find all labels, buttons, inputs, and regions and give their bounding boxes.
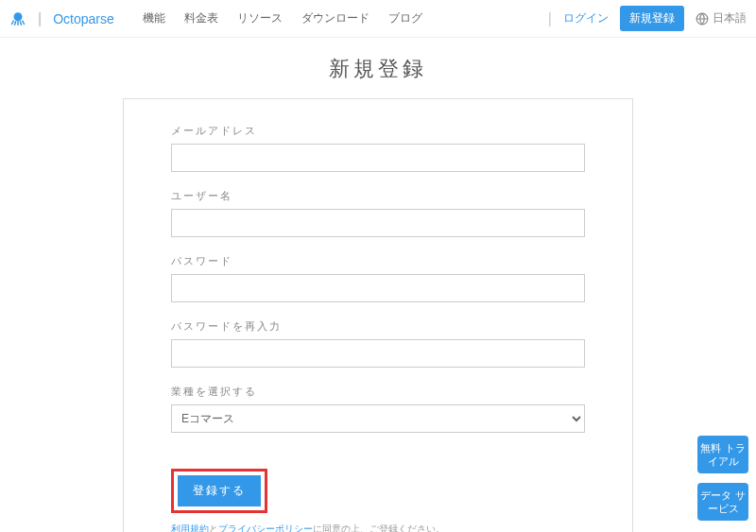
login-link-header[interactable]: ログイン <box>563 10 609 26</box>
industry-label: 業種を選択する <box>171 385 585 399</box>
industry-select[interactable]: Eコマース <box>171 404 585 433</box>
globe-icon <box>696 12 709 26</box>
main-nav: 機能 料金表 リソース ダウンロード ブログ <box>143 10 422 26</box>
username-field[interactable] <box>171 209 585 237</box>
registration-card: メールアドレス ユーザー名 パスワード パスワードを再入力 業種を選択する Eコ… <box>123 98 633 532</box>
register-button-header[interactable]: 新規登録 <box>620 6 684 31</box>
password-confirm-field[interactable] <box>171 339 585 368</box>
username-label: ユーザー名 <box>171 189 585 203</box>
octopus-icon <box>9 10 26 27</box>
email-field[interactable] <box>171 144 585 172</box>
brand-name: Octoparse <box>53 11 114 26</box>
nav-features[interactable]: 機能 <box>143 10 165 26</box>
auth-area: | ログイン 新規登録 日本語 <box>548 6 747 31</box>
privacy-link[interactable]: プライバシーポリシー <box>218 523 313 532</box>
password-confirm-label: パスワードを再入力 <box>171 319 585 334</box>
language-label: 日本語 <box>713 10 747 26</box>
nav-resources[interactable]: リソース <box>237 10 283 26</box>
page-title: 新規登録 <box>0 55 756 83</box>
logo[interactable]: | Octoparse <box>9 10 114 27</box>
password-label: パスワード <box>171 254 585 268</box>
separator-icon: | <box>548 10 552 27</box>
terms-text: 利用規約とプライバシーポリシーに同意の上、ご登録ください。 <box>171 523 585 532</box>
nav-pricing[interactable]: 料金表 <box>184 10 218 26</box>
submit-button[interactable]: 登録する <box>178 475 261 506</box>
data-service-button[interactable]: データ サービス <box>697 483 748 521</box>
svg-point-0 <box>14 12 23 21</box>
free-trial-button[interactable]: 無料 トライアル <box>697 436 748 473</box>
header: | Octoparse 機能 料金表 リソース ダウンロード ブログ | ログイ… <box>0 0 756 38</box>
email-label: メールアドレス <box>171 124 585 138</box>
separator-icon: | <box>38 10 42 27</box>
nav-download[interactable]: ダウンロード <box>301 10 369 26</box>
nav-blog[interactable]: ブログ <box>388 10 422 26</box>
terms-link[interactable]: 利用規約 <box>171 523 209 532</box>
floating-buttons: 無料 トライアル データ サービス <box>697 436 748 521</box>
password-field[interactable] <box>171 274 585 302</box>
language-selector[interactable]: 日本語 <box>696 10 747 26</box>
submit-highlight-box: 登録する <box>171 469 267 513</box>
